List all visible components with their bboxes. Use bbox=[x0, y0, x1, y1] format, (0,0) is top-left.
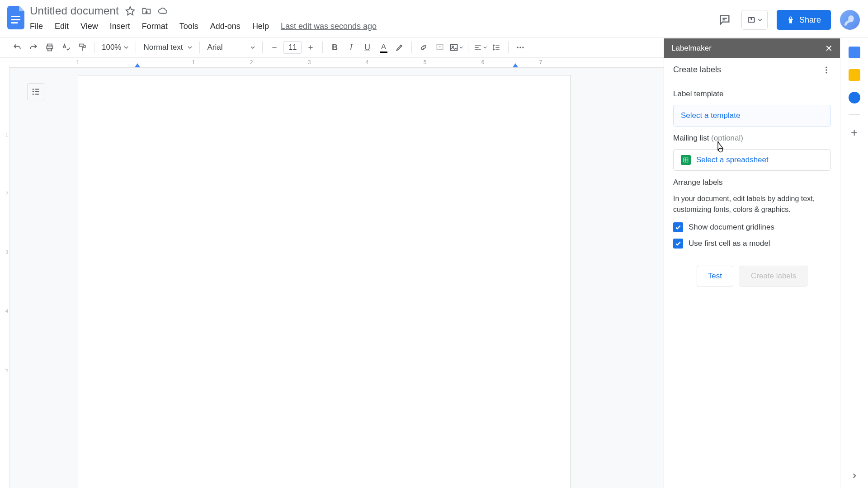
paint-format-icon[interactable] bbox=[75, 40, 90, 55]
arrange-description: In your document, edit labels by adding … bbox=[673, 193, 831, 215]
insert-comment-icon[interactable] bbox=[433, 40, 447, 55]
side-panel-rail: + bbox=[840, 38, 868, 488]
svg-point-15 bbox=[826, 66, 827, 68]
font-select[interactable]: Arial bbox=[204, 43, 258, 52]
move-icon[interactable] bbox=[142, 6, 151, 16]
underline-icon[interactable]: U bbox=[360, 40, 374, 55]
svg-rect-8 bbox=[79, 44, 84, 47]
calendar-rail-icon[interactable] bbox=[849, 47, 860, 58]
add-addon-rail-icon[interactable]: + bbox=[851, 126, 858, 140]
menu-insert[interactable]: Insert bbox=[110, 22, 130, 31]
menu-edit[interactable]: Edit bbox=[55, 22, 69, 31]
document-page[interactable] bbox=[78, 75, 571, 488]
sidebar-title: Create labels bbox=[673, 65, 721, 75]
bold-icon[interactable]: B bbox=[327, 40, 342, 55]
section-label-mailing: Mailing list (optional) bbox=[673, 134, 831, 143]
svg-point-17 bbox=[826, 72, 827, 73]
sheets-icon bbox=[681, 155, 691, 165]
print-icon[interactable] bbox=[42, 40, 57, 55]
menu-file[interactable]: File bbox=[30, 22, 43, 31]
svg-point-13 bbox=[520, 47, 521, 48]
checkbox-gridlines-label: Show document gridlines bbox=[689, 223, 774, 232]
indent-marker-left[interactable] bbox=[135, 63, 140, 67]
indent-marker-right[interactable] bbox=[513, 63, 518, 67]
comments-icon[interactable] bbox=[717, 12, 732, 28]
insert-link-icon[interactable] bbox=[416, 40, 431, 55]
checkbox-gridlines[interactable] bbox=[673, 222, 683, 232]
undo-icon[interactable] bbox=[10, 40, 24, 55]
menu-format[interactable]: Format bbox=[142, 22, 168, 31]
svg-rect-0 bbox=[11, 16, 20, 17]
expand-rail-icon[interactable] bbox=[850, 472, 859, 480]
paragraph-style-select[interactable]: Normal text bbox=[141, 43, 195, 52]
outline-toggle-button[interactable] bbox=[27, 83, 44, 100]
star-icon[interactable] bbox=[125, 6, 135, 16]
checkbox-firstcell[interactable] bbox=[673, 239, 683, 249]
create-labels-button[interactable]: Create labels bbox=[740, 266, 807, 286]
decrease-font-icon[interactable] bbox=[267, 40, 282, 55]
menu-tools[interactable]: Tools bbox=[179, 22, 198, 31]
increase-font-icon[interactable] bbox=[303, 40, 318, 55]
svg-point-16 bbox=[826, 69, 827, 70]
more-icon[interactable] bbox=[513, 40, 528, 55]
cloud-status-icon[interactable] bbox=[158, 6, 168, 16]
font-size-input[interactable]: 11 bbox=[283, 41, 302, 54]
select-spreadsheet-button[interactable]: Select a spreadsheet bbox=[673, 149, 831, 171]
section-label-template: Label template bbox=[673, 89, 831, 99]
share-label: Share bbox=[799, 15, 821, 25]
section-label-arrange: Arrange labels bbox=[673, 178, 831, 187]
last-edit-link[interactable]: Last edit was seconds ago bbox=[281, 22, 377, 31]
menu-help[interactable]: Help bbox=[252, 22, 269, 31]
share-button[interactable]: Share bbox=[777, 10, 831, 30]
highlight-icon[interactable] bbox=[392, 40, 407, 55]
svg-rect-10 bbox=[451, 44, 458, 50]
test-button[interactable]: Test bbox=[697, 266, 733, 286]
docs-logo-icon[interactable] bbox=[5, 4, 28, 32]
text-color-icon[interactable]: A bbox=[376, 40, 391, 55]
close-sidebar-icon[interactable]: ✕ bbox=[825, 43, 833, 54]
menu-addons[interactable]: Add-ons bbox=[210, 22, 241, 31]
vertical-ruler: 1 2 3 4 5 bbox=[0, 58, 10, 488]
checkbox-firstcell-label: Use first cell as a model bbox=[689, 239, 770, 248]
zoom-select[interactable]: 100% bbox=[99, 43, 131, 52]
select-template-button[interactable]: Select a template bbox=[673, 105, 831, 127]
keep-rail-icon[interactable] bbox=[849, 69, 860, 81]
svg-rect-2 bbox=[11, 22, 18, 23]
line-spacing-icon[interactable] bbox=[489, 40, 504, 55]
addon-name: Labelmaker bbox=[671, 44, 712, 53]
present-button[interactable] bbox=[741, 10, 768, 30]
svg-point-12 bbox=[517, 47, 519, 48]
spellcheck-icon[interactable] bbox=[59, 40, 73, 55]
sidebar-overflow-icon[interactable] bbox=[822, 66, 831, 75]
tasks-rail-icon[interactable] bbox=[849, 92, 860, 103]
menu-view[interactable]: View bbox=[80, 22, 98, 31]
italic-icon[interactable]: I bbox=[344, 40, 358, 55]
align-icon[interactable] bbox=[473, 40, 487, 55]
main-menu-bar: File Edit View Insert Format Tools Add-o… bbox=[30, 17, 717, 31]
insert-image-icon[interactable] bbox=[449, 40, 463, 55]
svg-rect-1 bbox=[11, 19, 20, 20]
addon-sidebar: Labelmaker ✕ Create labels Label templat… bbox=[664, 38, 840, 488]
document-title[interactable]: Untitled document bbox=[30, 5, 119, 17]
account-avatar[interactable] bbox=[840, 10, 860, 30]
svg-point-14 bbox=[523, 47, 524, 48]
redo-icon[interactable] bbox=[26, 40, 41, 55]
